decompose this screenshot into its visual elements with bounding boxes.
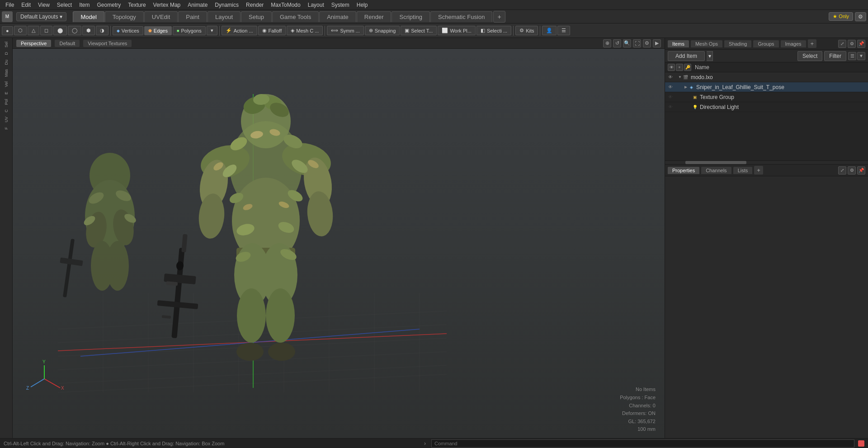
vp-tab-default[interactable]: Default: [55, 40, 80, 47]
menu-animate[interactable]: Animate: [184, 1, 211, 9]
tab-animate[interactable]: Animate: [319, 11, 356, 22]
sidebar-pol[interactable]: Pol: [3, 97, 9, 107]
sidebar-mas[interactable]: Mas: [3, 67, 9, 79]
vp-btn-settings[interactable]: ⚙: [643, 39, 651, 47]
item-eye-texture[interactable]: 👁: [667, 94, 674, 101]
vp-btn-crosshair[interactable]: ⊕: [603, 39, 611, 47]
icon-tool-6[interactable]: ◯: [68, 26, 81, 35]
mesh-c-button[interactable]: ◈ Mesh C ...: [287, 26, 323, 35]
menu-item[interactable]: Item: [75, 1, 93, 9]
item-eye-sniper[interactable]: 👁: [667, 84, 674, 91]
item-row-modo-lxo[interactable]: 👁 ▼ 🎬 modo.lxo: [665, 72, 868, 82]
tab-setup[interactable]: Setup: [241, 11, 272, 22]
symm-button[interactable]: ⟺ Symm ...: [327, 26, 363, 35]
vertices-button[interactable]: ◆ Vertices: [113, 26, 143, 35]
vp-tab-textures[interactable]: Viewport Textures: [83, 40, 132, 47]
snapping-button[interactable]: ⊕ Snapping: [365, 26, 400, 35]
props-pin-icon[interactable]: 📌: [857, 166, 865, 174]
menu-vertex-map[interactable]: Vertex Map: [150, 1, 184, 9]
item-row-texture-group[interactable]: 👁 ▣ Texture Group: [665, 92, 868, 102]
item-arrow-modo[interactable]: ▼: [678, 75, 682, 79]
falloff-button[interactable]: ◉ Falloff: [258, 26, 286, 35]
add-item-button[interactable]: Add Item: [668, 51, 705, 61]
viewport[interactable]: Perspective Default Viewport Textures ⊕ …: [13, 38, 665, 438]
select-t-button[interactable]: ▣ Select T...: [401, 26, 437, 35]
panel-settings-icon[interactable]: ⚙: [848, 40, 856, 48]
sidebar-f[interactable]: F: [3, 125, 9, 132]
props-settings-icon[interactable]: ⚙: [848, 166, 856, 174]
menu-file[interactable]: File: [2, 1, 18, 9]
menu-geometry[interactable]: Geometry: [94, 1, 125, 9]
item-row-sniper[interactable]: 👁 ▶ ◈ Sniper_in_Leaf_Ghillie_Suit_T_pose: [665, 82, 868, 92]
icon-tool-1[interactable]: ●: [2, 26, 13, 35]
tab-scripting[interactable]: Scripting: [392, 11, 430, 22]
panel-tab-images[interactable]: Images: [781, 40, 806, 47]
item-eye-modo[interactable]: 👁: [667, 74, 674, 81]
selecti-button[interactable]: ◧ Selecti ...: [476, 26, 511, 35]
panel-expand-icon[interactable]: ⤢: [838, 40, 846, 48]
items-select-button[interactable]: Select: [797, 51, 822, 61]
menu-dynamics[interactable]: Dynamics: [211, 1, 242, 9]
props-tab-properties[interactable]: Properties: [668, 167, 699, 174]
filter-settings-icon[interactable]: ▼: [857, 52, 865, 60]
tab-topology[interactable]: Topology: [105, 11, 144, 22]
icon-tool-7[interactable]: ⬢: [82, 26, 95, 35]
item-eye-light[interactable]: 👁: [667, 104, 674, 111]
menu-view[interactable]: View: [34, 1, 53, 9]
menu-help[interactable]: Help: [353, 1, 372, 9]
icon-tool-4[interactable]: ◻: [40, 26, 52, 35]
add-item-dropdown[interactable]: ▾: [707, 51, 713, 61]
sidebar-d[interactable]: D: [3, 50, 9, 57]
tab-model[interactable]: Model: [73, 11, 104, 22]
panel-tab-mesh-ops[interactable]: Mesh Ops: [691, 40, 722, 47]
tab-uvedit[interactable]: UVEdit: [144, 11, 178, 22]
action-button[interactable]: ⚡ Action ...: [222, 26, 257, 35]
tab-render[interactable]: Render: [357, 11, 392, 22]
items-scrollbar[interactable]: [665, 160, 868, 164]
tab-game-tools[interactable]: Game Tools: [272, 11, 319, 22]
sidebar-uv[interactable]: UV: [3, 115, 9, 124]
panel-tab-add[interactable]: +: [808, 39, 817, 48]
tab-layout[interactable]: Layout: [208, 11, 241, 22]
sidebar-e[interactable]: E: [3, 90, 9, 96]
vp-btn-play[interactable]: ▶: [653, 39, 661, 47]
work-pl-button[interactable]: ⬜ Work Pl...: [438, 26, 475, 35]
panel-tab-groups[interactable]: Groups: [753, 40, 778, 47]
props-tab-lists[interactable]: Lists: [733, 167, 753, 174]
vp-btn-zoom[interactable]: 🔍: [623, 39, 631, 47]
tab-add-button[interactable]: +: [493, 11, 505, 23]
tab-schematic-fusion[interactable]: Schematic Fusion: [430, 11, 492, 22]
star-only-button[interactable]: ★ Only: [829, 12, 853, 21]
filter-toggle-icon[interactable]: ☰: [848, 52, 856, 60]
col-icon-key[interactable]: 🔑: [684, 64, 691, 71]
gear-button[interactable]: ⚙: [855, 12, 866, 21]
props-tab-add[interactable]: +: [754, 166, 763, 174]
vp-btn-frame[interactable]: ⛶: [633, 39, 641, 47]
polygons-button[interactable]: ■ Polygons: [173, 26, 206, 35]
props-expand-icon[interactable]: ⤢: [838, 166, 846, 174]
edges-button[interactable]: ⬟ Edges: [144, 26, 172, 35]
command-input[interactable]: [431, 439, 854, 448]
panel-tab-items[interactable]: Items: [668, 40, 689, 47]
panel-pin-icon[interactable]: 📌: [857, 40, 865, 48]
layout-dropdown[interactable]: Default Layouts ▾: [16, 12, 66, 21]
menu-render[interactable]: Render: [242, 1, 267, 9]
sidebar-du[interactable]: Du: [3, 58, 9, 67]
sidebar-c[interactable]: C: [3, 108, 9, 114]
mode-extra-button[interactable]: ▾: [207, 26, 217, 35]
items-filter-button[interactable]: Filter: [824, 51, 846, 61]
sidebar-vel[interactable]: Vel: [3, 80, 9, 89]
menu-select[interactable]: Select: [53, 1, 75, 9]
vp-tab-perspective[interactable]: Perspective: [16, 40, 51, 47]
menu-icon-button[interactable]: ☰: [557, 26, 570, 35]
vp-btn-reset[interactable]: ↺: [613, 39, 621, 47]
panel-tab-shading[interactable]: Shading: [724, 40, 751, 47]
kits-button[interactable]: ⚙ Kits: [515, 26, 538, 35]
menu-maxtomodo[interactable]: MaxToModo: [267, 1, 304, 9]
icon-tool-8[interactable]: ◑: [96, 26, 108, 35]
status-indicator[interactable]: [858, 440, 864, 447]
menu-edit[interactable]: Edit: [18, 1, 34, 9]
item-row-dir-light[interactable]: 👁 💡 Directional Light: [665, 102, 868, 112]
menu-texture[interactable]: Texture: [124, 1, 149, 9]
user-icon-button[interactable]: 👤: [542, 26, 557, 35]
